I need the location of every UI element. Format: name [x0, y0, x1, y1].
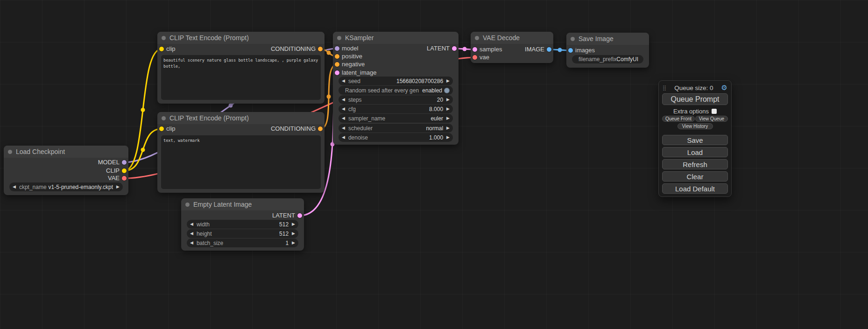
arrow-left-icon[interactable]: ◀	[190, 220, 193, 229]
input-slot-positive[interactable]	[335, 54, 339, 59]
input-slot-samples[interactable]	[473, 47, 477, 52]
input-slot-latent-image[interactable]	[335, 70, 339, 75]
widget-cfg[interactable]: ◀ cfg 8.000 ▶	[339, 105, 453, 113]
node-title-bar[interactable]: CLIP Text Encode (Prompt)	[157, 32, 325, 44]
arrow-left-icon[interactable]: ◀	[342, 133, 345, 142]
node-title-bar[interactable]: Save Image	[566, 33, 649, 45]
output-slot-image[interactable]	[547, 47, 551, 52]
arrow-right-icon[interactable]: ▶	[446, 124, 450, 133]
arrow-right-icon[interactable]: ▶	[446, 95, 450, 104]
input-slot-label: clip	[166, 125, 176, 133]
input-slot-label: clip	[166, 45, 176, 53]
arrow-left-icon[interactable]: ◀	[342, 77, 345, 85]
widget-height[interactable]: ◀ height 512 ▶	[187, 229, 298, 238]
arrow-right-icon[interactable]: ▶	[116, 182, 120, 191]
drag-handle-icon[interactable]: ⣿	[663, 85, 666, 91]
output-slot-conditioning[interactable]	[318, 126, 323, 131]
toggle-knob[interactable]	[444, 88, 450, 93]
widget-random-seed-toggle[interactable]: Random seed after every gen enabled	[339, 86, 453, 95]
node-clip-text-encode-positive[interactable]: CLIP Text Encode (Prompt) clip CONDITION…	[157, 32, 325, 104]
output-slot-label: IMAGE	[525, 46, 544, 53]
input-slot-vae[interactable]	[473, 55, 477, 60]
input-slot-model[interactable]	[335, 46, 339, 51]
arrow-right-icon[interactable]: ▶	[446, 133, 450, 142]
queue-front-button[interactable]: Queue Front	[662, 116, 695, 122]
collapse-dot[interactable]	[337, 36, 341, 40]
arrow-left-icon[interactable]: ◀	[190, 229, 193, 238]
save-button[interactable]: Save	[662, 135, 728, 145]
arrow-left-icon[interactable]: ◀	[342, 114, 345, 123]
widget-denoise[interactable]: ◀ denoise 1.000 ▶	[339, 133, 453, 142]
arrow-left-icon[interactable]: ◀	[342, 124, 345, 133]
output-slot-label: VAE	[108, 175, 120, 182]
node-save-image[interactable]: Save Image images filename_prefix ComfyU…	[566, 33, 649, 68]
widget-value: enabled	[422, 87, 442, 94]
output-slot-latent[interactable]	[452, 46, 457, 51]
extra-options-checkbox[interactable]	[712, 109, 717, 114]
widget-name: scheduler	[348, 125, 373, 132]
node-ksampler[interactable]: KSampler model LATENT positive negative …	[333, 32, 459, 145]
arrow-left-icon[interactable]: ◀	[342, 105, 345, 113]
output-slot-vae[interactable]	[122, 176, 127, 181]
node-empty-latent-image[interactable]: Empty Latent Image LATENT ◀ width 512 ▶ …	[181, 198, 304, 251]
prompt-textarea[interactable]: beautiful scenery nature glass bottle la…	[161, 55, 321, 100]
node-title: CLIP Text Encode (Prompt)	[169, 114, 249, 122]
output-slot-clip[interactable]	[122, 168, 127, 173]
input-slot-label: negative	[342, 61, 365, 68]
collapse-dot[interactable]	[185, 203, 190, 207]
view-history-button[interactable]: View History	[677, 123, 713, 129]
arrow-right-icon[interactable]: ▶	[446, 114, 450, 123]
widget-sampler-name[interactable]: ◀ sampler_name euler ▶	[339, 114, 453, 123]
view-queue-button[interactable]: View Queue	[695, 116, 728, 122]
input-slot-images[interactable]	[568, 48, 573, 53]
clear-button[interactable]: Clear	[662, 171, 728, 182]
widget-value: normal	[426, 125, 443, 132]
output-slot-conditioning[interactable]	[318, 47, 323, 51]
prompt-textarea[interactable]: text, watermark	[161, 135, 321, 189]
widget-scheduler[interactable]: ◀ scheduler normal ▶	[339, 124, 453, 133]
input-slot-label: latent_image	[342, 69, 376, 77]
collapse-dot[interactable]	[475, 36, 479, 40]
arrow-left-icon[interactable]: ◀	[190, 238, 193, 247]
widget-name: steps	[348, 97, 362, 103]
collapse-dot[interactable]	[162, 36, 166, 40]
node-load-checkpoint[interactable]: Load Checkpoint MODEL CLIP VAE ◀ ckpt_na…	[4, 146, 128, 195]
load-button[interactable]: Load	[662, 147, 728, 157]
widget-ckpt-name[interactable]: ◀ ckpt_name v1-5-pruned-emaonly.ckpt ▶	[9, 182, 123, 191]
collapse-dot[interactable]	[162, 116, 166, 120]
input-slot-clip[interactable]	[159, 47, 164, 51]
node-vae-decode[interactable]: VAE Decode samples IMAGE vae	[471, 32, 553, 63]
widget-steps[interactable]: ◀ steps 20 ▶	[339, 95, 453, 104]
output-slot-model[interactable]	[122, 160, 127, 165]
node-clip-text-encode-negative[interactable]: CLIP Text Encode (Prompt) clip CONDITION…	[157, 112, 325, 193]
load-default-button[interactable]: Load Default	[662, 183, 728, 194]
input-slot-negative[interactable]	[335, 62, 339, 67]
widget-width[interactable]: ◀ width 512 ▶	[187, 220, 298, 229]
arrow-left-icon[interactable]: ◀	[342, 95, 345, 104]
output-slot-latent[interactable]	[297, 213, 302, 218]
arrow-right-icon[interactable]: ▶	[292, 238, 295, 247]
node-title-bar[interactable]: Load Checkpoint	[4, 146, 128, 158]
queue-prompt-button[interactable]: Queue Prompt	[662, 93, 728, 105]
node-title-bar[interactable]: KSampler	[333, 32, 459, 44]
node-title-bar[interactable]: Empty Latent Image	[181, 198, 304, 210]
arrow-right-icon[interactable]: ▶	[292, 229, 295, 238]
widget-batch-size[interactable]: ◀ batch_size 1 ▶	[187, 238, 298, 247]
settings-gear-icon[interactable]: ⚙	[721, 84, 727, 92]
node-title-bar[interactable]: VAE Decode	[471, 32, 553, 44]
widget-value: ComfyUI	[616, 56, 638, 63]
collapse-dot[interactable]	[571, 37, 575, 41]
arrow-right-icon[interactable]: ▶	[446, 105, 450, 113]
input-slot-clip[interactable]	[159, 126, 164, 131]
refresh-button[interactable]: Refresh	[662, 159, 728, 169]
widget-seed[interactable]: ◀ seed 156680208700286 ▶	[339, 77, 453, 85]
link-midpoint-dot	[558, 48, 562, 52]
link-midpoint-dot	[229, 104, 233, 108]
arrow-left-icon[interactable]: ◀	[13, 182, 16, 191]
node-title-bar[interactable]: CLIP Text Encode (Prompt)	[157, 112, 325, 124]
arrow-right-icon[interactable]: ▶	[446, 77, 450, 85]
arrow-right-icon[interactable]: ▶	[292, 220, 295, 229]
collapse-dot[interactable]	[8, 150, 12, 154]
widget-filename-prefix[interactable]: filename_prefix ComfyUI	[572, 55, 643, 63]
node-graph-canvas[interactable]: Load Checkpoint MODEL CLIP VAE ◀ ckpt_na…	[0, 0, 868, 329]
